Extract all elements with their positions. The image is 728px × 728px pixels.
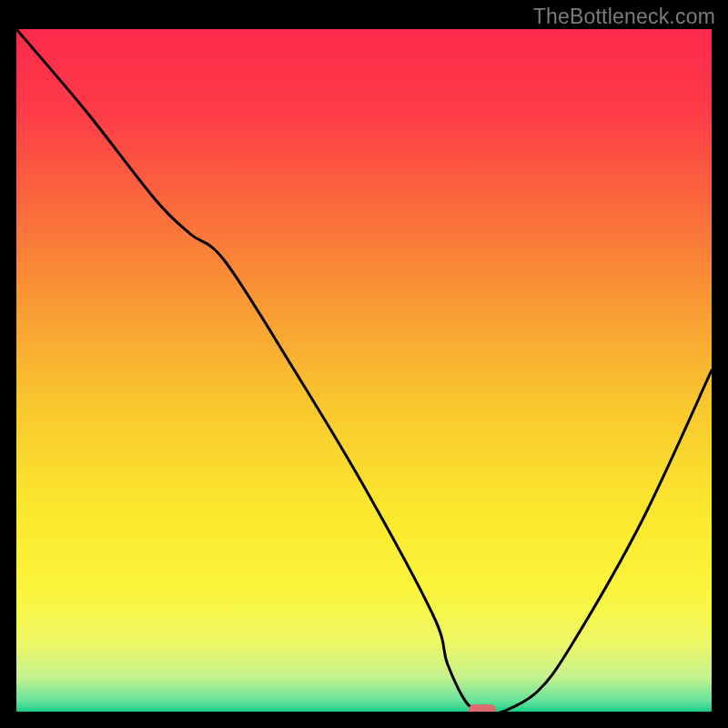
chart-container: TheBottleneck.com (0, 0, 728, 728)
optimal-marker (469, 704, 496, 712)
gradient-background (16, 29, 712, 712)
chart-svg (16, 29, 712, 712)
watermark-text: TheBottleneck.com (533, 5, 715, 29)
plot-area (16, 29, 712, 712)
